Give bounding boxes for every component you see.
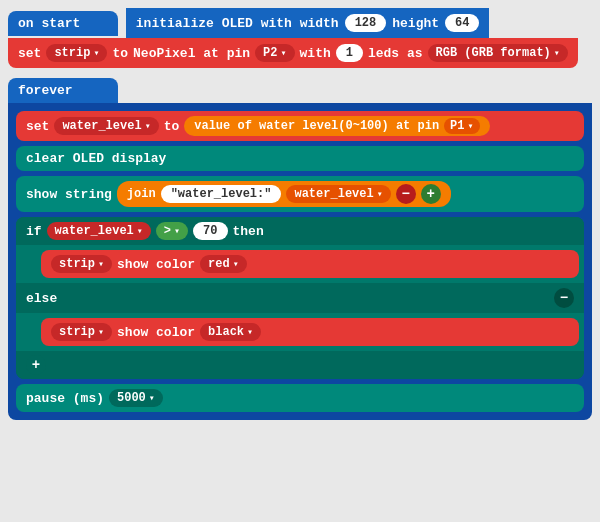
init-oled-text: initialize OLED with width: [136, 16, 339, 31]
strip-arrow-icon: ▾: [93, 47, 99, 59]
strip-show-red-row: strip ▾ show color red ▾: [41, 250, 579, 278]
if-bottom-row: +: [16, 351, 584, 379]
strip2-arrow-icon: ▾: [98, 258, 104, 270]
show-color-label: show color: [117, 257, 195, 272]
if-label: if: [26, 224, 42, 239]
show-string-label: show string: [26, 187, 112, 202]
if-row: if water_level ▾ > ▾ 70 then: [16, 217, 584, 245]
join-block: join "water_level:" water_level ▾ − +: [117, 181, 451, 207]
color-red-dropdown[interactable]: red ▾: [200, 255, 247, 273]
clear-oled-label: clear OLED display: [26, 151, 166, 166]
leds-label: leds as: [368, 46, 423, 61]
color-red-arrow-icon: ▾: [233, 258, 239, 270]
on-start-label: on start: [18, 16, 80, 31]
value-dropdown[interactable]: value of water level(0~100) at pin P1 ▾: [184, 116, 489, 136]
then-label: then: [233, 224, 264, 239]
pause-label: pause (ms): [26, 391, 104, 406]
else-minus-btn[interactable]: −: [554, 288, 574, 308]
pause-row: pause (ms) 5000 ▾: [16, 384, 584, 412]
height-label: height: [392, 16, 439, 31]
else-label: else: [26, 291, 57, 306]
strip2-dropdown[interactable]: strip ▾: [51, 255, 112, 273]
forever-label: forever: [18, 83, 73, 98]
forever-section: forever set water_level ▾ to value of wa…: [8, 78, 592, 420]
show-string-row: show string join "water_level:" water_le…: [16, 176, 584, 212]
pause-ms-dropdown[interactable]: 5000 ▾: [109, 389, 163, 407]
join-var-arrow-icon: ▾: [377, 188, 383, 200]
show-color2-label: show color: [117, 325, 195, 340]
set-strip-row: set strip ▾ to NeoPixel at pin P2 ▾ with…: [8, 38, 578, 68]
format-dropdown[interactable]: RGB (GRB format) ▾: [428, 44, 568, 62]
to-label: to: [112, 46, 128, 61]
if-var-arrow-icon: ▾: [137, 225, 143, 237]
width-value[interactable]: 128: [345, 14, 387, 32]
op-dropdown[interactable]: > ▾: [156, 222, 188, 240]
join-minus-btn[interactable]: −: [396, 184, 416, 204]
join-plus-btn[interactable]: +: [421, 184, 441, 204]
if-var-dropdown[interactable]: water_level ▾: [47, 222, 151, 240]
pin-dropdown[interactable]: P2 ▾: [255, 44, 294, 62]
join-var-dropdown[interactable]: water_level ▾: [286, 185, 390, 203]
strip3-arrow-icon: ▾: [98, 326, 104, 338]
on-start-section: on start initialize OLED with width 128 …: [8, 8, 592, 68]
op-arrow-icon: ▾: [174, 225, 180, 237]
with-label: with: [300, 46, 331, 61]
clear-oled-row: clear OLED display: [16, 146, 584, 171]
height-value[interactable]: 64: [445, 14, 479, 32]
strip-dropdown[interactable]: strip ▾: [46, 44, 107, 62]
color-black-arrow-icon: ▾: [247, 326, 253, 338]
join-label: join: [127, 187, 156, 201]
else-row: else −: [16, 283, 584, 313]
strip3-dropdown[interactable]: strip ▾: [51, 323, 112, 341]
pause-arrow-icon: ▾: [149, 392, 155, 404]
if-block: if water_level ▾ > ▾ 70 then strip ▾: [16, 217, 584, 379]
set-water-label: set: [26, 119, 49, 134]
then-body: strip ▾ show color red ▾: [16, 245, 584, 283]
if-num-val[interactable]: 70: [193, 222, 227, 240]
set-label: set: [18, 46, 41, 61]
forever-body: set water_level ▾ to value of water leve…: [8, 103, 592, 420]
forever-hat: forever: [8, 78, 118, 103]
on-start-hat: on start: [8, 11, 118, 36]
strip-show-black-row: strip ▾ show color black ▾: [41, 318, 579, 346]
water-var-dropdown[interactable]: water_level ▾: [54, 117, 158, 135]
pin-p1-dropdown[interactable]: P1 ▾: [444, 118, 479, 134]
init-oled-row: initialize OLED with width 128 height 64: [126, 8, 490, 38]
leds-num[interactable]: 1: [336, 44, 363, 62]
join-str-val[interactable]: "water_level:": [161, 185, 282, 203]
pin-arrow-icon: ▾: [281, 47, 287, 59]
set-water-row: set water_level ▾ to value of water leve…: [16, 111, 584, 141]
water-var-arrow-icon: ▾: [145, 120, 151, 132]
else-body: strip ▾ show color black ▾: [16, 313, 584, 351]
if-plus-btn[interactable]: +: [26, 355, 46, 375]
color-black-dropdown[interactable]: black ▾: [200, 323, 261, 341]
pin-p1-arrow-icon: ▾: [468, 120, 474, 132]
format-arrow-icon: ▾: [554, 47, 560, 59]
set-water-to: to: [164, 119, 180, 134]
neo-label: NeoPixel at pin: [133, 46, 250, 61]
